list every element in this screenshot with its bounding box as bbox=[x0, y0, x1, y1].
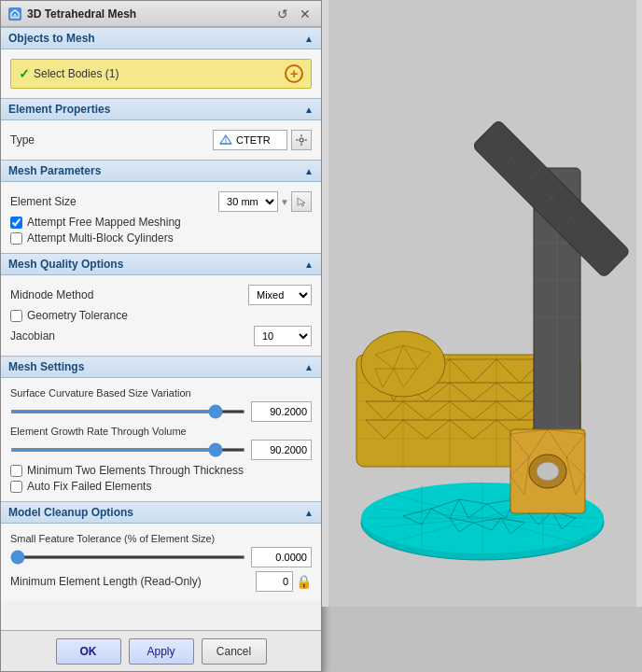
objects-to-mesh-label: Objects to Mesh bbox=[8, 32, 95, 45]
mesh-parameters-header[interactable]: Mesh Parameters ▲ bbox=[1, 160, 321, 182]
element-growth-container: Element Growth Rate Through Volume bbox=[10, 426, 312, 460]
geometry-tolerance-label: Geometry Tolerance bbox=[27, 309, 128, 322]
min-element-length-input[interactable] bbox=[256, 571, 293, 592]
small-feature-label: Small Feature Tolerance (% of Element Si… bbox=[10, 533, 312, 544]
element-size-pick-button[interactable] bbox=[291, 191, 312, 212]
mesh-settings-chevron: ▲ bbox=[304, 362, 314, 372]
mesh-settings-header[interactable]: Mesh Settings ▲ bbox=[1, 356, 321, 378]
reset-button[interactable]: ↺ bbox=[274, 7, 291, 21]
jacobian-control: 10 16 20 25 Gauss bbox=[254, 326, 312, 346]
min-two-elements-row: Minimum Two Elements Through Thickness bbox=[10, 464, 312, 477]
element-properties-label: Element Properties bbox=[8, 103, 110, 116]
auto-fix-checkbox[interactable] bbox=[10, 481, 22, 493]
lock-icon: 🔒 bbox=[296, 574, 312, 589]
small-feature-slider[interactable] bbox=[10, 555, 245, 559]
mesh-settings-label: Mesh Settings bbox=[8, 360, 84, 373]
jacobian-select[interactable]: 10 16 20 25 Gauss bbox=[254, 326, 312, 346]
attempt-multi-block-checkbox[interactable] bbox=[10, 232, 22, 245]
objects-to-mesh-body: ✓ Select Bodies (1) bbox=[1, 49, 321, 98]
dialog-3d-tetrahedral-mesh: 3D Tetrahedral Mesh ↺ ✕ Objects to Mesh … bbox=[0, 0, 322, 672]
type-settings-button[interactable] bbox=[291, 130, 312, 150]
mesh-visualization bbox=[328, 0, 636, 607]
geometry-tolerance-checkbox[interactable] bbox=[10, 310, 22, 322]
small-feature-slider-row bbox=[10, 547, 312, 567]
ctetr-display: CTETR bbox=[213, 130, 287, 150]
surface-curvature-value[interactable] bbox=[251, 401, 312, 422]
element-properties-body: Type CTETR bbox=[1, 120, 321, 160]
surface-curvature-label: Surface Curvature Based Size Variation bbox=[10, 387, 312, 399]
select-bodies-row[interactable]: ✓ Select Bodies (1) bbox=[10, 59, 312, 89]
min-element-length-label: Minimum Element Length (Read-Only) bbox=[10, 575, 202, 588]
ctetr-text: CTETR bbox=[236, 134, 271, 146]
surface-curvature-slider[interactable] bbox=[10, 410, 245, 413]
attempt-free-mapped-row: Attempt Free Mapped Meshing bbox=[10, 216, 312, 229]
attempt-multi-block-row: Attempt Multi-Block Cylinders bbox=[10, 231, 312, 245]
attempt-free-mapped-label: Attempt Free Mapped Meshing bbox=[27, 216, 181, 229]
element-size-controls: 30 mm 10 mm 5 mm 1 mm ▼ bbox=[218, 191, 312, 212]
select-bodies-text: Select Bodies (1) bbox=[34, 67, 119, 80]
objects-to-mesh-header[interactable]: Objects to Mesh ▲ bbox=[1, 27, 321, 49]
element-properties-chevron: ▲ bbox=[304, 105, 314, 115]
mesh-settings-body: Surface Curvature Based Size Variation E… bbox=[1, 378, 321, 501]
element-growth-value[interactable] bbox=[251, 440, 312, 460]
element-size-row: Element Size 30 mm 10 mm 5 mm 1 mm ▼ bbox=[10, 191, 312, 212]
jacobian-row: Jacobian 10 16 20 25 Gauss bbox=[10, 326, 312, 346]
svg-point-71 bbox=[537, 462, 559, 481]
cancel-button[interactable]: Cancel bbox=[202, 638, 267, 665]
title-text: 3D Tetrahedral Mesh bbox=[27, 7, 269, 21]
mesh-quality-body: Midnode Method Mixed Curved Straight Geo… bbox=[1, 275, 321, 356]
dialog-content: Objects to Mesh ▲ ✓ Select Bodies (1) El… bbox=[1, 27, 321, 630]
apply-button[interactable]: Apply bbox=[129, 638, 194, 665]
element-properties-header[interactable]: Element Properties ▲ bbox=[1, 98, 321, 120]
target-icon[interactable] bbox=[285, 64, 303, 83]
visualization-panel bbox=[322, 0, 642, 607]
small-feature-value[interactable] bbox=[251, 547, 312, 567]
check-icon: ✓ bbox=[19, 66, 30, 81]
model-cleanup-body: Small Feature Tolerance (% of Element Si… bbox=[1, 524, 321, 601]
mesh-quality-chevron: ▲ bbox=[304, 259, 314, 270]
mesh-parameters-chevron: ▲ bbox=[304, 166, 314, 176]
midnode-label: Midnode Method bbox=[10, 288, 93, 301]
auto-fix-row: Auto Fix Failed Elements bbox=[10, 480, 312, 493]
small-feature-container: Small Feature Tolerance (% of Element Si… bbox=[10, 533, 312, 567]
element-growth-slider[interactable] bbox=[10, 448, 245, 452]
midnode-select[interactable]: Mixed Curved Straight bbox=[248, 285, 312, 305]
type-row: Type CTETR bbox=[10, 130, 312, 150]
min-two-elements-checkbox[interactable] bbox=[10, 465, 22, 477]
mesh-quality-label: Mesh Quality Options bbox=[8, 258, 123, 271]
dialog-icon bbox=[8, 7, 21, 21]
mesh-parameters-body: Element Size 30 mm 10 mm 5 mm 1 mm ▼ bbox=[1, 182, 321, 253]
midnode-row: Midnode Method Mixed Curved Straight bbox=[10, 285, 312, 305]
element-size-select[interactable]: 30 mm 10 mm 5 mm 1 mm bbox=[218, 191, 278, 212]
objects-to-mesh-chevron: ▲ bbox=[304, 34, 314, 44]
ok-button[interactable]: OK bbox=[56, 638, 121, 665]
model-cleanup-header[interactable]: Model Cleanup Options ▲ bbox=[1, 501, 321, 524]
geometry-tolerance-row: Geometry Tolerance bbox=[10, 309, 312, 322]
mesh-quality-header[interactable]: Mesh Quality Options ▲ bbox=[1, 253, 321, 275]
model-cleanup-label: Model Cleanup Options bbox=[8, 506, 133, 519]
bottom-spacer bbox=[1, 601, 321, 609]
surface-curvature-container: Surface Curvature Based Size Variation bbox=[10, 387, 312, 422]
auto-fix-label: Auto Fix Failed Elements bbox=[27, 480, 151, 493]
min-element-length-row: Minimum Element Length (Read-Only) 🔒 bbox=[10, 571, 312, 592]
attempt-multi-block-label: Attempt Multi-Block Cylinders bbox=[27, 231, 174, 245]
select-bodies-label: ✓ Select Bodies (1) bbox=[19, 66, 119, 81]
dialog-footer: OK Apply Cancel bbox=[1, 630, 321, 671]
title-bar: 3D Tetrahedral Mesh ↺ ✕ bbox=[1, 1, 321, 27]
close-button[interactable]: ✕ bbox=[297, 7, 314, 21]
surface-curvature-slider-row bbox=[10, 401, 312, 422]
min-two-elements-label: Minimum Two Elements Through Thickness bbox=[27, 464, 244, 477]
mesh-parameters-label: Mesh Parameters bbox=[8, 164, 101, 177]
attempt-free-mapped-checkbox[interactable] bbox=[10, 217, 22, 229]
model-cleanup-chevron: ▲ bbox=[304, 508, 314, 518]
type-label: Type bbox=[10, 133, 35, 147]
svg-point-6 bbox=[300, 138, 303, 142]
jacobian-label: Jacobian bbox=[10, 329, 55, 343]
type-controls: CTETR bbox=[213, 130, 312, 150]
element-growth-slider-row bbox=[10, 440, 312, 460]
midnode-control: Mixed Curved Straight bbox=[248, 285, 312, 305]
viz-inner bbox=[322, 0, 642, 607]
element-growth-label: Element Growth Rate Through Volume bbox=[10, 426, 312, 437]
element-size-label: Element Size bbox=[10, 195, 77, 208]
